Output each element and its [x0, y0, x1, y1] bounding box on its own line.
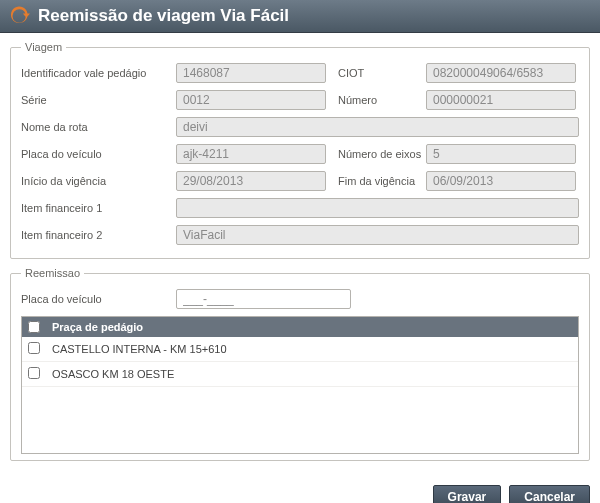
row-checkbox[interactable] — [28, 367, 40, 379]
fieldset-viagem: Viagem Identificador vale pedágio CIOT S… — [10, 41, 590, 259]
praca-table-header: Praça de pedágio — [22, 317, 578, 337]
refresh-icon — [10, 6, 30, 26]
row-checkbox[interactable] — [28, 342, 40, 354]
fim-input — [426, 171, 576, 191]
legend-viagem: Viagem — [21, 41, 66, 53]
select-all-checkbox[interactable] — [28, 321, 40, 333]
praca-table: Praça de pedágio CASTELLO INTERNA - KM 1… — [21, 316, 579, 454]
table-row[interactable]: CASTELLO INTERNA - KM 15+610 — [22, 337, 578, 362]
row-label: OSASCO KM 18 OESTE — [52, 368, 174, 380]
fieldset-reemissao: Reemissao Placa do veículo Praça de pedá… — [10, 267, 590, 461]
fin2-label: Item financeiro 2 — [21, 229, 176, 241]
fin1-label: Item financeiro 1 — [21, 202, 176, 214]
numero-input — [426, 90, 576, 110]
rota-label: Nome da rota — [21, 121, 176, 133]
titlebar: Reemissão de viagem Via Fácil — [0, 0, 600, 33]
fim-label: Fim da vigência — [326, 175, 426, 187]
button-bar: Gravar Cancelar — [0, 477, 600, 503]
inicio-label: Início da vigência — [21, 175, 176, 187]
legend-reemissao: Reemissao — [21, 267, 84, 279]
cancelar-button[interactable]: Cancelar — [509, 485, 590, 503]
fin1-input — [176, 198, 579, 218]
dialog-content: Viagem Identificador vale pedágio CIOT S… — [0, 33, 600, 477]
ciot-input — [426, 63, 576, 83]
table-row[interactable]: OSASCO KM 18 OESTE — [22, 362, 578, 387]
serie-input — [176, 90, 326, 110]
row-label: CASTELLO INTERNA - KM 15+610 — [52, 343, 227, 355]
ciot-label: CIOT — [326, 67, 426, 79]
eixos-input — [426, 144, 576, 164]
praca-header-label: Praça de pedágio — [52, 321, 143, 333]
eixos-label: Número de eixos — [326, 148, 426, 160]
dialog-title: Reemissão de viagem Via Fácil — [38, 6, 289, 26]
identificador-label: Identificador vale pedágio — [21, 67, 176, 79]
serie-label: Série — [21, 94, 176, 106]
dialog-reemissao: Reemissão de viagem Via Fácil Viagem Ide… — [0, 0, 600, 503]
placa-input — [176, 144, 326, 164]
reemissao-placa-label: Placa do veículo — [21, 293, 176, 305]
reemissao-placa-input[interactable] — [176, 289, 351, 309]
fin2-input — [176, 225, 579, 245]
rota-input — [176, 117, 579, 137]
gravar-button[interactable]: Gravar — [433, 485, 502, 503]
inicio-input — [176, 171, 326, 191]
placa-label: Placa do veículo — [21, 148, 176, 160]
identificador-input — [176, 63, 326, 83]
numero-label: Número — [326, 94, 426, 106]
